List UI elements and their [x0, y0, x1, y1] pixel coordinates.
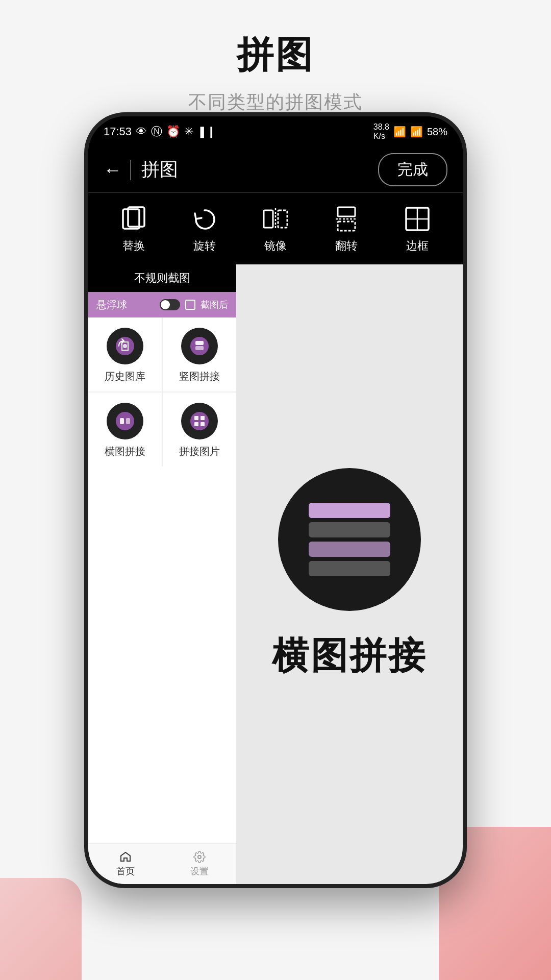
mirror-icon	[260, 204, 291, 234]
power-button	[464, 331, 467, 412]
nav-home-label: 首页	[116, 865, 135, 877]
volume-down-button	[84, 351, 87, 418]
signal-icon: 📶	[410, 126, 423, 138]
tool-replace[interactable]: 替换	[118, 204, 149, 254]
stack-row-2	[309, 522, 390, 537]
header-divider	[130, 160, 131, 180]
tool-flip-label: 翻转	[335, 238, 358, 254]
svg-rect-3	[278, 210, 287, 228]
done-button[interactable]: 完成	[378, 153, 447, 186]
bg-decoration-bl	[0, 878, 82, 980]
stack-row-4	[309, 561, 390, 576]
wifi-icon: 📶	[393, 126, 406, 138]
puzzle-icon	[181, 403, 218, 439]
app-header: ← 拼图 完成	[88, 147, 463, 193]
network-speed: 38.8K/s	[373, 122, 389, 141]
floating-checkbox[interactable]	[185, 300, 195, 310]
bluetooth-icon: ✳	[184, 125, 193, 138]
back-button[interactable]: ←	[104, 159, 122, 181]
bottom-nav: 首页 设置	[88, 843, 236, 884]
floating-after-text: 截图后	[201, 299, 228, 311]
tool-flip[interactable]: 翻转	[331, 204, 362, 254]
stacked-icon	[309, 503, 390, 576]
svg-rect-5	[338, 207, 355, 216]
floating-bar-label: 悬浮球	[96, 298, 155, 312]
left-panel-header: 不规则截图	[88, 264, 236, 292]
tool-mirror[interactable]: 镜像	[260, 204, 291, 254]
grid-item-puzzle[interactable]: 拼接图片	[163, 393, 236, 467]
page-title: 拼图	[0, 31, 551, 80]
tool-replace-label: 替换	[122, 238, 145, 254]
floating-bar: 悬浮球 截图后	[88, 292, 236, 317]
grid-item-vertical[interactable]: 竖图拼接	[163, 317, 236, 391]
status-left: 17:53 👁 Ⓝ ⏰ ✳ ❚❙	[104, 124, 216, 139]
vertical-icon	[181, 328, 218, 364]
svg-point-17	[116, 412, 134, 430]
svg-rect-6	[338, 222, 355, 231]
page-header: 拼图 不同类型的拼图模式	[0, 0, 551, 115]
nfc-icon: Ⓝ	[151, 124, 162, 139]
tool-border-label: 边框	[406, 238, 429, 254]
svg-rect-2	[264, 210, 273, 228]
svg-rect-24	[201, 422, 205, 426]
status-right: 38.8K/s 📶 📶 58%	[373, 122, 447, 141]
stack-row-1	[309, 503, 390, 518]
phone-screen: 17:53 👁 Ⓝ ⏰ ✳ ❚❙ 38.8K/s 📶 📶 58% ← 拼图 完成	[88, 116, 463, 884]
flip-icon	[331, 204, 362, 234]
grid-item-history[interactable]: 历史图库	[88, 317, 162, 391]
border-icon	[402, 204, 433, 234]
preview-icon-circle	[278, 468, 421, 611]
tool-mirror-label: 镜像	[264, 238, 287, 254]
svg-rect-19	[126, 418, 130, 424]
replace-icon	[118, 204, 149, 234]
nav-settings[interactable]: 设置	[162, 851, 236, 877]
alarm-icon: ⏰	[166, 125, 180, 138]
history-label: 历史图库	[105, 370, 145, 383]
page-subtitle: 不同类型的拼图模式	[0, 90, 551, 115]
vertical-label: 竖图拼接	[179, 370, 220, 383]
svg-rect-16	[195, 346, 204, 350]
horizontal-label: 横图拼接	[105, 445, 145, 458]
phone-mockup: 17:53 👁 Ⓝ ⏰ ✳ ❚❙ 38.8K/s 📶 📶 58% ← 拼图 完成	[84, 112, 467, 888]
floating-toggle[interactable]	[160, 299, 180, 310]
nav-home[interactable]: 首页	[88, 851, 162, 877]
svg-rect-15	[195, 341, 204, 345]
status-bar: 17:53 👁 Ⓝ ⏰ ✳ ❚❙ 38.8K/s 📶 📶 58%	[88, 116, 463, 147]
grid-item-horizontal[interactable]: 横图拼接	[88, 393, 162, 467]
svg-rect-23	[194, 422, 198, 426]
app-header-title: 拼图	[141, 157, 378, 182]
battery-text: 58%	[427, 126, 447, 138]
tool-border[interactable]: 边框	[402, 204, 433, 254]
toolbar: 替换 旋转	[88, 193, 463, 264]
content-area: 不规则截图 悬浮球 截图后	[88, 264, 463, 884]
stack-row-3	[309, 542, 390, 557]
eye-icon: 👁	[136, 125, 147, 138]
tool-rotate-label: 旋转	[193, 238, 216, 254]
tool-rotate[interactable]: 旋转	[189, 204, 220, 254]
svg-rect-22	[201, 416, 205, 420]
svg-rect-21	[194, 416, 198, 420]
right-panel: 横图拼接	[236, 264, 463, 884]
horizontal-icon	[107, 403, 143, 439]
puzzle-label: 拼接图片	[179, 445, 220, 458]
history-icon	[107, 328, 143, 364]
nav-settings-label: 设置	[190, 865, 209, 877]
svg-point-13	[123, 344, 127, 348]
vibrate-icon: ❚❙	[197, 125, 216, 138]
volume-up-button	[84, 295, 87, 336]
rotate-icon	[189, 204, 220, 234]
status-time: 17:53	[104, 125, 132, 138]
preview-label: 横图拼接	[272, 631, 427, 680]
grid-items: 历史图库 竖图拼接	[88, 317, 236, 467]
svg-rect-18	[120, 418, 124, 424]
svg-point-25	[198, 855, 201, 859]
left-panel: 不规则截图 悬浮球 截图后	[88, 264, 236, 884]
svg-point-20	[190, 412, 209, 430]
